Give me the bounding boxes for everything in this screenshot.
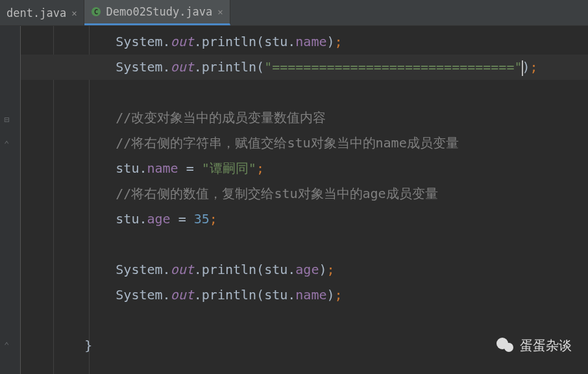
code-line[interactable]: System.out.println("====================… xyxy=(21,55,588,80)
code-line[interactable] xyxy=(21,308,588,333)
code-line[interactable]: System.out.println(stu.age); xyxy=(21,257,588,282)
java-class-icon: C xyxy=(91,6,101,17)
tab-label: dent.java xyxy=(6,6,66,19)
code-line[interactable]: //改变对象当中的成员变量数值内容 xyxy=(21,105,588,131)
code-line[interactable]: stu.age = 35; xyxy=(21,206,588,232)
fold-mark-icon[interactable]: ⌃ xyxy=(4,340,9,351)
watermark: 蛋蛋杂谈 xyxy=(496,336,572,355)
tabs-bar: dent.java ✕ C Demo02Study.java ✕ xyxy=(0,0,588,26)
code-line[interactable] xyxy=(21,232,588,257)
fold-mark-icon[interactable]: ⌃ xyxy=(4,139,9,149)
code-area[interactable]: System.out.println(stu.name); System.out… xyxy=(21,26,588,374)
tab-demo02study-java[interactable]: C Demo02Study.java ✕ xyxy=(84,0,230,25)
close-icon[interactable]: ✕ xyxy=(71,8,77,18)
watermark-text: 蛋蛋杂谈 xyxy=(520,337,572,355)
wechat-icon xyxy=(496,336,515,355)
editor-area: ⊟ ⌃ ⌃ System.out.println(stu.name); Syst… xyxy=(0,26,588,374)
fold-mark-icon[interactable]: ⊟ xyxy=(4,114,9,125)
code-line[interactable]: System.out.println(stu.name); xyxy=(21,282,588,308)
svg-text:C: C xyxy=(93,8,98,16)
gutter[interactable]: ⊟ ⌃ ⌃ xyxy=(0,26,21,374)
close-icon[interactable]: ✕ xyxy=(217,6,223,17)
tab-dent-java[interactable]: dent.java ✕ xyxy=(0,0,84,25)
code-line[interactable]: System.out.println(stu.name); xyxy=(21,29,588,55)
tab-label: Demo02Study.java xyxy=(106,5,213,18)
code-line[interactable] xyxy=(21,80,588,105)
code-line[interactable]: //将右侧的字符串，赋值交给stu对象当中的name成员变量 xyxy=(21,131,588,156)
code-line[interactable]: stu.name = "谭嗣同"; xyxy=(21,156,588,181)
code-line[interactable]: //将右侧的数值，复制交给stu对象当中的age成员变量 xyxy=(21,181,588,206)
